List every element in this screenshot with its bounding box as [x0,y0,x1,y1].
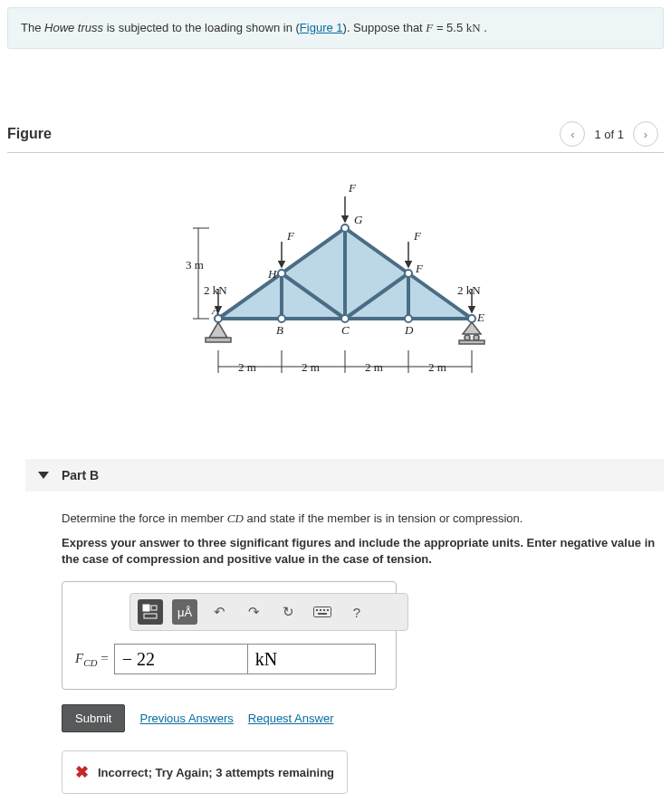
undo-icon[interactable]: ↶ [206,599,232,625]
submit-button[interactable]: Submit [62,704,125,732]
label-height: 3 m [186,258,204,272]
svg-rect-43 [323,609,325,611]
incorrect-icon: ✖ [75,762,89,782]
instruction-pre: Determine the force in member [62,511,227,525]
problem-period: . [481,21,487,34]
unit-input[interactable] [247,644,376,674]
svg-point-10 [278,315,285,322]
svg-rect-37 [143,605,149,611]
svg-point-11 [341,315,349,322]
label-2kN-left: 2 kN [204,283,227,297]
actions-row: Submit Previous Answers Request Answer [62,704,664,732]
reset-icon[interactable]: ↻ [275,599,301,625]
previous-answers-link[interactable]: Previous Answers [139,712,233,725]
answer-lhs: FCD = [75,651,109,668]
part-title: Part B [62,468,99,482]
svg-rect-22 [459,340,484,344]
value-input[interactable] [114,644,248,674]
answer-row: FCD = [75,644,383,674]
label-A: A [211,303,219,317]
label-span3: 2 m [365,360,383,374]
figure-prev-button[interactable]: ‹ [560,121,585,147]
label-span2: 2 m [302,360,320,374]
part-header[interactable]: Part B [25,459,664,492]
problem-unit: kN [466,21,481,34]
answer-format-note: Express your answer to three significant… [62,535,664,567]
units-button[interactable]: μÅ [172,599,197,625]
svg-point-15 [405,270,412,277]
figure-title: Figure [7,126,560,142]
svg-rect-41 [316,609,318,611]
svg-point-14 [278,270,285,277]
label-D: D [404,323,414,337]
answer-box: μÅ ↶ ↷ ↻ ? FCD = [62,581,397,690]
svg-rect-38 [151,606,157,610]
label-F-right: F [413,229,422,243]
instruction: Determine the force in member CD and sta… [62,511,664,526]
figure-link[interactable]: Figure 1 [300,21,343,34]
svg-rect-42 [320,609,321,611]
label-2kN-right: 2 kN [457,283,481,297]
redo-icon[interactable]: ↷ [241,599,266,625]
request-answer-link[interactable]: Request Answer [248,712,334,725]
part-body: Determine the force in member CD and sta… [62,492,664,794]
label-span4: 2 m [428,360,446,374]
answer-lhs-sub: CD [83,657,97,668]
help-icon[interactable]: ? [344,599,369,625]
label-H: H [267,267,277,281]
feedback-box: ✖ Incorrect; Try Again; 3 attempts remai… [62,750,348,794]
problem-text-2: is subjected to the loading shown in ( [103,21,300,34]
problem-text-1: The [21,21,44,34]
label-F-left: F [286,229,295,243]
label-F-slopeR: F [415,262,424,275]
problem-statement: The Howe truss is subjected to the loadi… [7,7,664,49]
keyboard-icon[interactable] [310,599,335,625]
figure-header: Figure ‹ 1 of 1 › [7,121,664,153]
svg-point-12 [405,315,412,322]
label-F-top: F [348,181,357,195]
svg-point-21 [474,335,479,340]
problem-eq: = 5.5 [433,21,466,34]
template-icon[interactable] [138,599,163,625]
truss-figure: F G F F F H A B C D E 3 m 2 kN 2 kN 2 m … [182,169,490,396]
instruction-member: CD [227,511,244,525]
svg-point-20 [465,335,470,340]
collapse-icon [38,472,49,479]
problem-italic: Howe truss [44,21,103,34]
svg-rect-45 [318,613,327,615]
figure-next-button[interactable]: › [633,121,658,147]
svg-marker-17 [209,322,227,338]
feedback-text: Incorrect; Try Again; 3 attempts remaini… [98,766,334,779]
label-span1: 2 m [238,360,256,374]
figure-pager: 1 of 1 [594,128,624,141]
label-G: G [354,213,363,226]
svg-rect-18 [206,338,231,342]
answer-lhs-sym: F [75,651,83,665]
label-B: B [276,323,283,337]
label-C: C [341,323,350,337]
instruction-post: and state if the member is in tension or… [244,511,523,525]
svg-rect-44 [327,609,329,611]
svg-rect-40 [314,607,331,617]
answer-toolbar: μÅ ↶ ↷ ↻ ? [129,593,408,631]
problem-text-3: ). Suppose that [343,21,427,34]
label-E: E [476,310,484,324]
answer-equals: = [97,651,108,665]
svg-rect-39 [144,614,157,618]
svg-point-16 [341,224,349,232]
